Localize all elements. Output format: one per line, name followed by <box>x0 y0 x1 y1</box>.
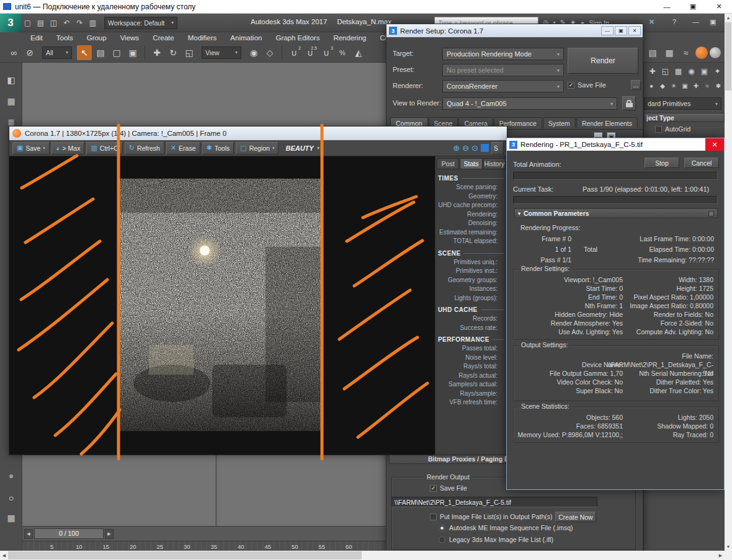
dialog-close-icon[interactable]: ✕ <box>628 26 641 35</box>
infocenter-close-icon[interactable]: ✕ <box>649 18 654 26</box>
vfb-panel-tab[interactable]: Stats <box>460 158 482 169</box>
zoom-out-icon[interactable]: ⊖ <box>462 143 469 153</box>
vfb-titlebar[interactable]: Corona 1.7 | 1380×1725px (1:4) | Camera:… <box>9 127 507 140</box>
unlink-selection-icon[interactable]: ⊘ <box>22 45 37 60</box>
rollout-pin-icon[interactable] <box>708 211 714 216</box>
vfb-panel-tab[interactable]: Post <box>437 158 459 169</box>
rdp-vertical-scrollbar[interactable]: ▲ ▼ <box>725 14 732 551</box>
renderer-dropdown[interactable]: CoronaRenderer ▾ <box>442 80 564 92</box>
vfb-stats-button[interactable]: S <box>491 142 504 154</box>
percent-snap-icon[interactable]: % <box>335 45 350 60</box>
select-and-rotate-icon[interactable]: ↻ <box>166 45 181 60</box>
dialog-minimize-icon[interactable]: — <box>601 26 614 35</box>
hierarchy-tab-icon[interactable]: ▦ <box>672 65 684 77</box>
hscroll-thumb[interactable] <box>8 551 362 559</box>
menu-item[interactable]: Tools <box>50 34 80 42</box>
cancel-button[interactable]: Cancel <box>684 158 719 168</box>
workspace-dropdown[interactable]: Workspace: Default ▾ <box>104 17 177 29</box>
zoom-in-icon[interactable]: ⊕ <box>453 143 460 153</box>
grid-snap-icon[interactable]: ▦ <box>4 510 19 525</box>
previous-frame-icon[interactable]: ◀ <box>24 529 33 539</box>
render-setup-tab[interactable]: System <box>543 117 576 128</box>
save-file-output-checkbox[interactable]: ✓ <box>430 485 437 492</box>
viewport-divider[interactable] <box>215 455 217 526</box>
menu-item[interactable]: Graph Editors <box>269 34 326 42</box>
rdp-horizontal-scrollbar[interactable]: ◀ ▶ <box>0 551 725 560</box>
output-path-field[interactable] <box>391 497 597 507</box>
render-setup-titlebar[interactable]: 3 Render Setup: Corona 1.7 — ▣ ✕ <box>386 24 643 37</box>
menu-item[interactable]: Create <box>146 34 181 42</box>
current-frame-indicator[interactable]: 0 / 100 <box>34 528 104 539</box>
grid-tool-icon[interactable]: ▦ <box>4 94 19 109</box>
create-tab-icon[interactable]: ✚ <box>646 65 658 77</box>
vfb-copy-button[interactable]: ▥ Ctrl+C <box>86 142 122 154</box>
vfb-erase-button[interactable]: ✕ Erase <box>166 142 200 154</box>
snap-toggle-25d-icon[interactable]: ∪2.5 <box>303 45 318 60</box>
rendering-dialog-titlebar[interactable]: 3 Rendering - PR_1_Detskaya_F_C-5.tif ✕ <box>507 138 724 151</box>
primitives-type-dropdown[interactable]: dard Primitives ▾ <box>644 97 721 110</box>
render-production-teapot-icon[interactable] <box>695 47 708 59</box>
select-object-icon[interactable]: ↖ <box>77 45 92 60</box>
snap-toggle-2d-icon[interactable]: ∪2 <box>287 45 301 60</box>
reference-coordinate-dropdown[interactable]: View ▾ <box>202 47 241 59</box>
vfb-refresh-button[interactable]: ↻ Refresh <box>125 142 164 154</box>
object-type-rollout[interactable]: ject Type <box>644 113 725 122</box>
rdp-titlebar[interactable]: unit6 — Подключение к удаленному рабочем… <box>0 0 732 14</box>
color-swatch[interactable] <box>481 144 489 152</box>
close-icon[interactable]: ✕ <box>705 138 724 151</box>
save-file-checkbox[interactable]: ✓ <box>568 82 574 89</box>
select-and-manipulate-icon[interactable]: ◇ <box>262 45 277 60</box>
rectangular-selection-region-icon[interactable]: ▢ <box>109 45 124 60</box>
viewport-layout-icon[interactable]: ◧ <box>4 73 19 87</box>
menu-item[interactable]: Rendering <box>326 34 373 42</box>
schematic-view-icon[interactable]: ▦ <box>662 45 677 60</box>
vfb-panel-tab[interactable]: History <box>483 158 506 169</box>
rdp-maximize-button[interactable]: ▣ <box>680 0 706 14</box>
redo-icon[interactable]: ↷ <box>73 16 86 30</box>
create-now-button[interactable]: Create Now <box>555 512 596 522</box>
vfb-region-button[interactable]: ▢ Region ▾ <box>236 142 279 154</box>
next-frame-icon[interactable]: ▶ <box>105 529 114 539</box>
open-file-icon[interactable]: ▤ <box>34 16 47 30</box>
scroll-left-icon[interactable]: ◀ <box>0 551 8 560</box>
stop-button[interactable]: Stop <box>645 158 679 168</box>
zoom-fit-icon[interactable]: ⊙ <box>471 143 478 153</box>
rdp-minimize-button[interactable]: — <box>654 0 680 14</box>
motion-tab-icon[interactable]: ◉ <box>685 65 697 77</box>
material-sphere-icon[interactable]: ● <box>4 468 19 483</box>
select-by-name-icon[interactable]: ▤ <box>93 45 108 60</box>
vfb-save-button[interactable]: ▣ Save ▾ <box>12 142 50 154</box>
ribbon-icon[interactable]: ▥ <box>86 16 99 30</box>
rdp-close-button[interactable]: ✕ <box>706 0 732 14</box>
browse-dots-button[interactable]: ... <box>631 80 641 90</box>
target-dropdown[interactable]: Production Rendering Mode ▾ <box>442 48 564 60</box>
snap-toggle-3d-icon[interactable]: ∪3 <box>319 45 334 60</box>
select-and-link-icon[interactable]: ∞ <box>6 45 21 60</box>
lights-category-icon[interactable]: ☀ <box>669 81 679 91</box>
view-to-render-dropdown[interactable]: Quad 4 - !_Cam005 ▾ <box>442 97 617 110</box>
select-and-scale-icon[interactable]: ◱ <box>182 45 197 60</box>
circle-tool-icon[interactable]: ○ <box>4 491 19 505</box>
mirror-icon[interactable]: ◭ <box>351 45 366 60</box>
dialog-maximize-icon[interactable]: ▣ <box>615 26 627 35</box>
undo-icon[interactable]: ↶ <box>60 16 73 30</box>
vfb-tools-button[interactable]: ✱ Tools <box>202 142 234 154</box>
ifl-radio[interactable] <box>439 536 445 543</box>
save-file-icon[interactable]: ◫ <box>47 16 60 30</box>
layer-manager-icon[interactable]: ▤ <box>645 45 660 60</box>
render-button[interactable]: Render <box>568 48 638 74</box>
helpers-category-icon[interactable]: ✚ <box>691 81 701 91</box>
app-restore-icon[interactable]: ▣ <box>710 18 716 26</box>
select-and-move-icon[interactable]: ✚ <box>150 45 164 60</box>
put-image-list-checkbox[interactable] <box>430 513 437 520</box>
scroll-up-icon[interactable]: ▲ <box>725 14 732 22</box>
modify-tab-icon[interactable]: ◱ <box>659 65 671 77</box>
menu-item[interactable]: Views <box>114 34 146 42</box>
imsq-radio[interactable] <box>439 525 445 531</box>
help-icon[interactable]: ? <box>672 18 676 25</box>
menu-item[interactable]: Edit <box>24 34 50 42</box>
window-crossing-icon[interactable]: ▣ <box>125 45 140 60</box>
scroll-down-icon[interactable]: ▼ <box>725 543 732 551</box>
vfb-to-max-button[interactable]: ◕ > Max <box>51 142 85 154</box>
max-logo[interactable]: 3 <box>0 14 21 32</box>
